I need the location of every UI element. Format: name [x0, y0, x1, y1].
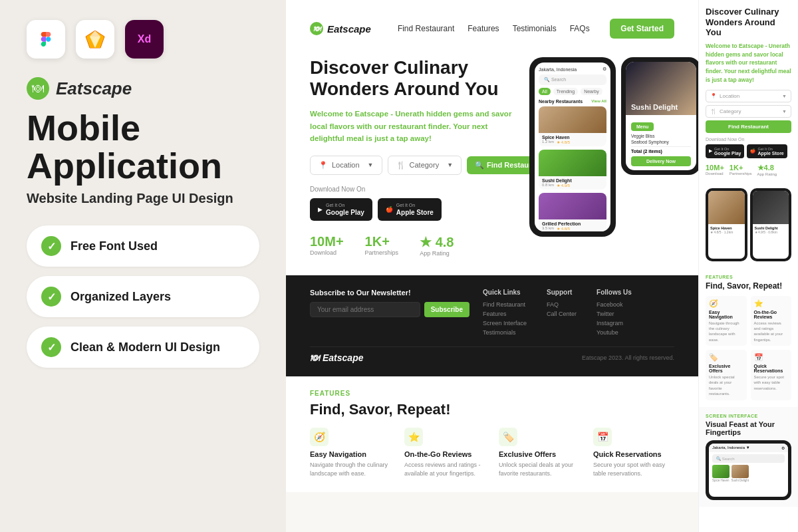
feature-title-1: Easy Navigation	[310, 450, 391, 458]
right-store-btns: ▶ Get It On Google Play 🍎 Get It On Appl…	[706, 144, 791, 158]
right-phone-mini-2: Sushi Delight ★ 4.9/5 · 0.8km	[750, 188, 792, 261]
right-phone-mini-1: Spice Haven ★ 4.8/5 · 1.2km	[706, 188, 747, 261]
right-location-field[interactable]: 📍 Location ▼	[706, 90, 791, 102]
right-mini-meta-2: ★ 4.9/5 · 0.8km	[755, 230, 787, 234]
main-title: Mobile Application	[27, 109, 259, 184]
hero-text: Discover Culinary Wonders Around You Wel…	[310, 57, 516, 257]
right-features-title: Find, Savor, Repeat!	[706, 281, 791, 291]
category-field[interactable]: 🍴 Category ▼	[388, 156, 462, 175]
newsletter-input[interactable]	[310, 302, 420, 317]
nav-find-restaurant[interactable]: Find Restaurant	[398, 24, 454, 33]
delivery-button[interactable]: Delivery Now	[631, 156, 691, 166]
right-category-field[interactable]: 🍴 Category ▼	[706, 105, 791, 118]
phone-header-1: Jakarta, Indonesia ⚙	[539, 66, 606, 72]
tab-nearby[interactable]: Nearby	[581, 88, 602, 95]
sketch-icon	[76, 20, 114, 59]
get-started-button[interactable]: Get Started	[610, 19, 674, 39]
rsni-card-label-1: Spice Haven	[712, 479, 730, 482]
right-stat-download: 10M+ Download	[706, 164, 724, 176]
right-fi-title-1: Easy Navigation	[709, 310, 743, 319]
location-icon: 📍	[319, 161, 328, 170]
hero-title: Discover Culinary Wonders Around You	[310, 57, 516, 100]
restaurant-meta-1: 1.2 km ★ 4.8/5	[542, 140, 603, 144]
right-reservation-icon: 📅	[754, 353, 789, 362]
footer-call-center[interactable]: Call Center	[547, 311, 577, 317]
footer-faq[interactable]: FAQ	[547, 301, 577, 308]
right-stat-rating: ★4.8 App Rating	[757, 164, 777, 176]
check-icon-3: ✓	[41, 337, 61, 357]
rsni-header: Jakarta, Indonesia ▼ ⚙	[709, 444, 788, 452]
restaurant-meta-2: 0.8 km ★ 4.9/5	[542, 183, 603, 188]
feature-title-3: Exclusive Offers	[499, 450, 580, 458]
footer-inner: Subscribe to Our Newsletter! Subscribe Q…	[310, 289, 674, 338]
support-title: Support	[547, 289, 577, 296]
location-field[interactable]: 📍 Location ▼	[310, 156, 382, 175]
right-screen-label: SCREEN INTERFACE	[706, 414, 791, 418]
right-fi-title-3: Exclusive Offers	[709, 364, 743, 373]
menu-button[interactable]: Menu	[631, 122, 654, 131]
feature-desc-1: Navigate through the culinary landscape …	[310, 461, 391, 479]
right-features-label: FEATURES	[706, 275, 791, 279]
restaurant-card-1: Spice Haven 1.2 km ★ 4.8/5	[539, 106, 606, 146]
right-features: FEATURES Find, Savor, Repeat! 🧭 Easy Nav…	[699, 268, 798, 407]
restaurant-detail-img: Sushi Delight	[626, 62, 696, 115]
right-review-icon: ⭐	[754, 299, 789, 308]
newsletter-form: Subscribe	[310, 302, 469, 317]
footer-facebook[interactable]: Facebook	[597, 301, 632, 308]
nav-logo: 🍽 Eatscape	[310, 22, 371, 35]
right-mini-meta-1: ★ 4.8/5 · 1.2km	[710, 230, 743, 234]
phone-screen-2: Sushi Delight Menu Veggie Bliss Seafood …	[626, 62, 696, 170]
right-offer-icon: 🏷️	[709, 353, 743, 362]
rsni-row: Spice Haven Sushi Delight	[712, 465, 785, 482]
nav-features[interactable]: Features	[467, 24, 499, 33]
footer-testimonials[interactable]: Testimonials	[483, 329, 527, 336]
right-google-play-btn[interactable]: ▶ Get It On Google Play	[706, 144, 744, 158]
right-download-label: Download Now On	[706, 137, 791, 142]
right-phone-imgs: Spice Haven ★ 4.8/5 · 1.2km Sushi Deligh…	[699, 188, 798, 268]
footer-copyright: Eatscape 2023. All rights reserved.	[582, 354, 674, 361]
reviews-icon: ⭐	[404, 428, 423, 446]
footer-section: Subscribe to Our Newsletter! Subscribe Q…	[286, 275, 698, 376]
footer-instagram[interactable]: Instagram	[597, 320, 632, 327]
nav-testimonials[interactable]: Testimonials	[513, 24, 557, 33]
right-mini-img-1	[708, 191, 745, 224]
rsni-card-label-2: Sushi Delight	[732, 479, 749, 482]
phone-search: 🔍 Search	[539, 74, 606, 85]
right-mini-screen-2: Sushi Delight ★ 4.9/5 · 0.8km	[753, 191, 789, 259]
apple-store-button[interactable]: 🍎 Get It On Apple Store	[378, 198, 442, 221]
right-screen-phone: Jakarta, Indonesia ▼ ⚙ 🔍 Search Spice Ha…	[706, 440, 791, 500]
tab-trending[interactable]: Trending	[553, 88, 578, 95]
footer-features[interactable]: Features	[483, 311, 527, 317]
footer-find-restaurant[interactable]: Find Restaurant	[483, 301, 527, 308]
google-play-button[interactable]: ▶ Get It On Google Play	[310, 198, 372, 221]
newsletter-title: Subscribe to Our Newsletter!	[310, 289, 469, 297]
right-screen-section: SCREEN INTERFACE Visual Feast at Your Fi…	[699, 407, 798, 507]
features-title: Find, Savor, Repeat!	[310, 401, 674, 418]
right-find-restaurant-button[interactable]: Find Restaurant	[706, 120, 791, 133]
restaurant-name-3: Grilled Perfection	[542, 221, 603, 226]
right-mini-screen-1: Spice Haven ★ 4.8/5 · 1.2km	[708, 191, 745, 259]
footer-quick-links: Quick Links Find Restaurant Features Scr…	[483, 289, 527, 338]
feature-item-3: 🏷️ Exclusive Offers Unlock special deals…	[499, 428, 580, 479]
rsni-content: 🔍 Search Spice Haven Sushi Delight	[709, 452, 788, 484]
tab-all[interactable]: All	[539, 88, 551, 95]
subscribe-button[interactable]: Subscribe	[424, 302, 469, 317]
right-feature-3: 🏷️ Exclusive Offers Unlock special deals…	[706, 350, 747, 400]
restaurant-img-3	[539, 193, 606, 219]
brand-name: Eatscape	[56, 78, 132, 99]
right-apple-store-btn[interactable]: 🍎 Get It On Apple Store	[747, 144, 787, 158]
feature-item-2: ⭐ On-the-Go Reviews Access reviews and r…	[404, 428, 485, 479]
feature-desc-4: Secure your spot with easy table reserva…	[593, 461, 674, 479]
restaurant-card-3: Grilled Perfection 3.5 km ★ 4.8/5	[539, 193, 606, 231]
download-label: Download Now On	[310, 186, 516, 193]
footer-twitter[interactable]: Twitter	[597, 311, 632, 317]
footer-links: Quick Links Find Restaurant Features Scr…	[483, 289, 674, 338]
footer-screen-interface[interactable]: Screen Interface	[483, 320, 527, 327]
footer-youtube[interactable]: Youtube	[597, 329, 632, 336]
xd-icon: Xd	[125, 20, 164, 59]
store-buttons: ▶ Get It On Google Play 🍎 Get It On Appl…	[310, 198, 516, 221]
quick-links-title: Quick Links	[483, 289, 527, 296]
phone-frame-2: Sushi Delight Menu Veggie Bliss Seafood …	[621, 57, 698, 175]
nearby-label: Nearby Restaurants View All	[539, 99, 606, 104]
nav-faqs[interactable]: FAQs	[570, 24, 590, 33]
